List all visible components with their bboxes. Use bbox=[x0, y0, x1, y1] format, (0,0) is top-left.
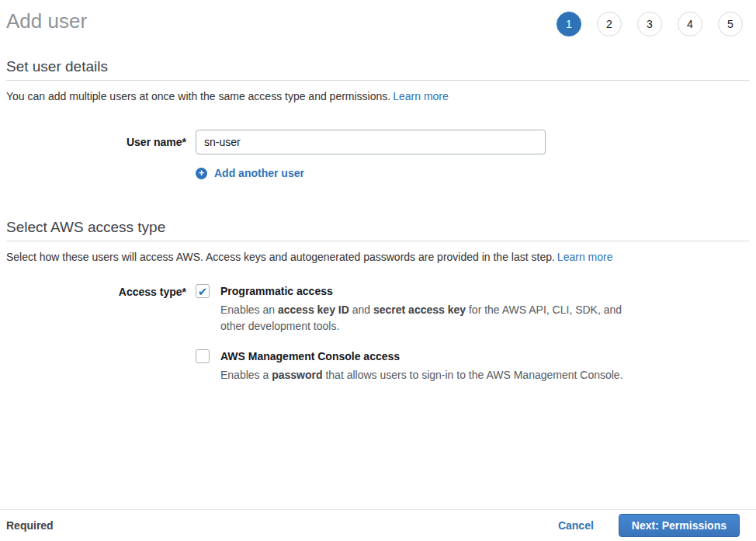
page-title: Add user bbox=[6, 9, 87, 33]
programmatic-access-body: Programmatic access Enables an access ke… bbox=[220, 284, 632, 335]
learn-more-link-user-details[interactable]: Learn more bbox=[393, 90, 449, 102]
console-access-checkbox[interactable] bbox=[196, 349, 210, 363]
option-programmatic-access: ✔ Programmatic access Enables an access … bbox=[196, 284, 632, 335]
learn-more-link-access-type[interactable]: Learn more bbox=[557, 251, 613, 263]
required-note: Required bbox=[6, 519, 54, 532]
step-3: 3 bbox=[637, 12, 662, 36]
footer-actions: Cancel Next: Permissions bbox=[558, 514, 750, 537]
step-1: 1 bbox=[557, 12, 581, 36]
add-another-user-button[interactable]: + Add another user bbox=[196, 167, 304, 179]
access-type-intro: Select how these users will access AWS. … bbox=[6, 250, 750, 265]
add-user-page: Add user 1 2 3 4 5 Set user details You … bbox=[0, 0, 756, 383]
access-type-intro-text: Select how these users will access AWS. … bbox=[6, 251, 555, 263]
cancel-button[interactable]: Cancel bbox=[558, 519, 594, 532]
user-name-label: User name* bbox=[6, 130, 186, 154]
console-access-body: AWS Management Console access Enables a … bbox=[220, 349, 623, 383]
user-name-row: User name* bbox=[6, 130, 750, 154]
access-type-label: Access type* bbox=[6, 284, 186, 383]
programmatic-access-checkbox[interactable]: ✔ bbox=[196, 284, 210, 298]
step-4: 4 bbox=[678, 12, 702, 36]
user-details-intro-text: You can add multiple users at once with … bbox=[6, 90, 390, 102]
console-access-description: Enables a password that allows users to … bbox=[220, 367, 623, 383]
programmatic-access-description: Enables an access key ID and secret acce… bbox=[220, 302, 632, 335]
divider bbox=[6, 241, 750, 241]
add-another-user-label: Add another user bbox=[214, 167, 304, 179]
programmatic-access-title[interactable]: Programmatic access bbox=[220, 284, 632, 299]
checkmark-icon: ✔ bbox=[198, 286, 208, 297]
step-5: 5 bbox=[718, 12, 743, 36]
divider bbox=[6, 80, 750, 81]
access-type-row: Access type* ✔ Programmatic access Enabl… bbox=[6, 284, 750, 383]
console-access-title[interactable]: AWS Management Console access bbox=[220, 349, 623, 364]
section-heading-user-details: Set user details bbox=[6, 57, 750, 76]
option-console-access: AWS Management Console access Enables a … bbox=[196, 349, 632, 383]
page-header: Add user 1 2 3 4 5 bbox=[6, 0, 750, 36]
user-name-input[interactable] bbox=[196, 130, 546, 154]
user-name-field-wrap bbox=[196, 130, 546, 154]
step-2: 2 bbox=[597, 12, 622, 36]
wizard-footer: Required Cancel Next: Permissions bbox=[0, 509, 756, 541]
plus-icon: + bbox=[196, 168, 207, 179]
access-type-options: ✔ Programmatic access Enables an access … bbox=[196, 284, 632, 383]
next-permissions-button[interactable]: Next: Permissions bbox=[619, 514, 740, 537]
wizard-step-indicator: 1 2 3 4 5 bbox=[557, 12, 743, 36]
user-details-intro: You can add multiple users at once with … bbox=[6, 89, 750, 104]
section-heading-access-type: Select AWS access type bbox=[6, 218, 750, 237]
